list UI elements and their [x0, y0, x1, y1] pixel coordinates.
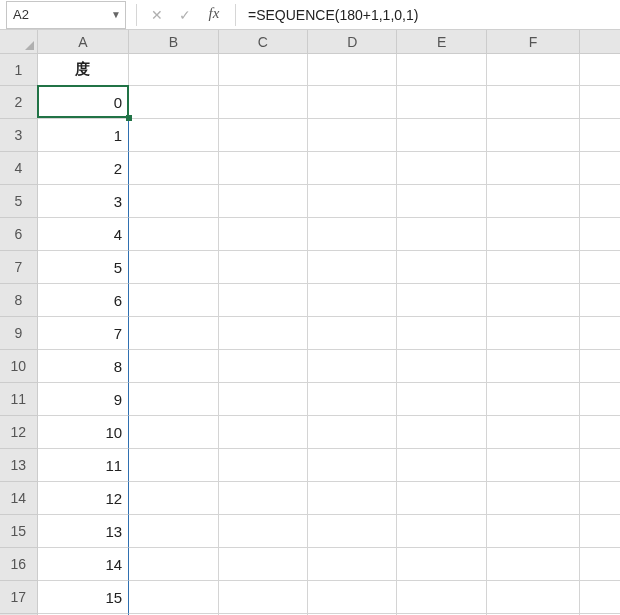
cell-C10[interactable] [219, 350, 308, 383]
cell-F17[interactable] [487, 581, 580, 614]
cell-B16[interactable] [129, 548, 218, 581]
cell-G2[interactable] [580, 86, 620, 119]
cell-A9[interactable]: 7 [38, 317, 129, 350]
cell-D6[interactable] [308, 218, 397, 251]
row-header[interactable]: 15 [0, 515, 38, 548]
cell-A3[interactable]: 1 [38, 119, 129, 152]
cell-B6[interactable] [129, 218, 218, 251]
cell-D8[interactable] [308, 284, 397, 317]
cell-G14[interactable] [580, 482, 620, 515]
cell-E6[interactable] [397, 218, 486, 251]
cell-E9[interactable] [397, 317, 486, 350]
cell-C3[interactable] [219, 119, 308, 152]
cell-G15[interactable] [580, 515, 620, 548]
cell-G11[interactable] [580, 383, 620, 416]
cell-G8[interactable] [580, 284, 620, 317]
cell-E2[interactable] [397, 86, 486, 119]
cell-F6[interactable] [487, 218, 580, 251]
cell-F16[interactable] [487, 548, 580, 581]
row-header[interactable]: 9 [0, 317, 38, 350]
cell-A10[interactable]: 8 [38, 350, 129, 383]
cell-A4[interactable]: 2 [38, 152, 129, 185]
col-header-C[interactable]: C [219, 30, 308, 53]
cell-B17[interactable] [129, 581, 218, 614]
row-header[interactable]: 1 [0, 54, 38, 86]
cell-F12[interactable] [487, 416, 580, 449]
cell-A2[interactable]: 0 [38, 86, 129, 119]
cell-E17[interactable] [397, 581, 486, 614]
cell-C16[interactable] [219, 548, 308, 581]
cell-G6[interactable] [580, 218, 620, 251]
cell-D1[interactable] [308, 54, 397, 86]
row-header[interactable]: 5 [0, 185, 38, 218]
cell-D10[interactable] [308, 350, 397, 383]
cell-E4[interactable] [397, 152, 486, 185]
cell-C12[interactable] [219, 416, 308, 449]
cell-C4[interactable] [219, 152, 308, 185]
cell-D15[interactable] [308, 515, 397, 548]
cell-A6[interactable]: 4 [38, 218, 129, 251]
row-header[interactable]: 7 [0, 251, 38, 284]
cell-G3[interactable] [580, 119, 620, 152]
cell-G12[interactable] [580, 416, 620, 449]
row-header[interactable]: 14 [0, 482, 38, 515]
cell-C2[interactable] [219, 86, 308, 119]
row-header[interactable]: 11 [0, 383, 38, 416]
row-header[interactable]: 4 [0, 152, 38, 185]
cell-G17[interactable] [580, 581, 620, 614]
cell-G10[interactable] [580, 350, 620, 383]
cell-F15[interactable] [487, 515, 580, 548]
cell-B13[interactable] [129, 449, 218, 482]
cell-C5[interactable] [219, 185, 308, 218]
cell-C9[interactable] [219, 317, 308, 350]
cell-A12[interactable]: 10 [38, 416, 129, 449]
cell-F14[interactable] [487, 482, 580, 515]
cell-B1[interactable] [129, 54, 218, 86]
cell-A14[interactable]: 12 [38, 482, 129, 515]
cell-A15[interactable]: 13 [38, 515, 129, 548]
cell-A8[interactable]: 6 [38, 284, 129, 317]
col-header-extra[interactable] [580, 30, 620, 53]
name-box-dropdown-icon[interactable]: ▼ [107, 9, 125, 20]
cell-E1[interactable] [397, 54, 486, 86]
cell-F1[interactable] [487, 54, 580, 86]
cell-C6[interactable] [219, 218, 308, 251]
cell-D4[interactable] [308, 152, 397, 185]
cell-C15[interactable] [219, 515, 308, 548]
cell-F2[interactable] [487, 86, 580, 119]
cell-F7[interactable] [487, 251, 580, 284]
cell-B9[interactable] [129, 317, 218, 350]
cell-F10[interactable] [487, 350, 580, 383]
cell-G16[interactable] [580, 548, 620, 581]
cell-E3[interactable] [397, 119, 486, 152]
col-header-F[interactable]: F [487, 30, 580, 53]
cell-B7[interactable] [129, 251, 218, 284]
row-header[interactable]: 17 [0, 581, 38, 614]
cell-D12[interactable] [308, 416, 397, 449]
cell-A11[interactable]: 9 [38, 383, 129, 416]
cell-D7[interactable] [308, 251, 397, 284]
cell-D11[interactable] [308, 383, 397, 416]
cell-G13[interactable] [580, 449, 620, 482]
cell-C14[interactable] [219, 482, 308, 515]
cell-B11[interactable] [129, 383, 218, 416]
insert-function-icon[interactable]: fx [199, 5, 229, 24]
select-all-corner[interactable] [0, 30, 38, 53]
row-header[interactable]: 3 [0, 119, 38, 152]
cell-B10[interactable] [129, 350, 218, 383]
cell-D13[interactable] [308, 449, 397, 482]
row-header[interactable]: 13 [0, 449, 38, 482]
cell-E14[interactable] [397, 482, 486, 515]
cell-C1[interactable] [219, 54, 308, 86]
cell-B4[interactable] [129, 152, 218, 185]
cell-D5[interactable] [308, 185, 397, 218]
cell-F4[interactable] [487, 152, 580, 185]
cell-A13[interactable]: 11 [38, 449, 129, 482]
cell-D2[interactable] [308, 86, 397, 119]
cell-C17[interactable] [219, 581, 308, 614]
name-box[interactable]: A2 ▼ [6, 1, 126, 29]
cell-C8[interactable] [219, 284, 308, 317]
cell-F13[interactable] [487, 449, 580, 482]
cell-C7[interactable] [219, 251, 308, 284]
cell-E11[interactable] [397, 383, 486, 416]
